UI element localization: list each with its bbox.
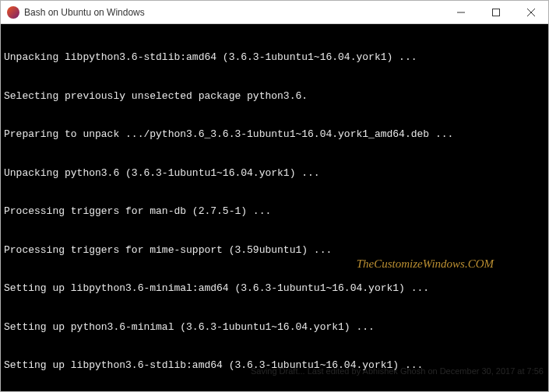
terminal-line: Setting up libpython3.6-stdlib:amd64 (3.… bbox=[4, 359, 545, 373]
titlebar[interactable]: Bash on Ubuntu on Windows bbox=[1, 1, 548, 24]
terminal-line: Selecting previously unselected package … bbox=[4, 90, 545, 103]
terminal-line: Unpacking libpython3.6-stdlib:amd64 (3.6… bbox=[4, 51, 545, 65]
terminal-body[interactable]: Unpacking libpython3.6-stdlib:amd64 (3.6… bbox=[1, 24, 548, 391]
watermark-text: TheCustomizeWindows.COM bbox=[357, 257, 494, 271]
terminal-line: Processing triggers for mime-support (3.… bbox=[4, 244, 545, 257]
terminal-line: Unpacking python3.6 (3.6.3-1ubuntu1~16.0… bbox=[4, 167, 545, 180]
window-controls bbox=[443, 1, 548, 23]
close-button[interactable] bbox=[513, 1, 548, 24]
terminal-line: Setting up python3.6-minimal (3.6.3-1ubu… bbox=[4, 321, 545, 334]
terminal-line: Preparing to unpack .../python3.6_3.6.3-… bbox=[4, 128, 545, 142]
maximize-button[interactable] bbox=[478, 1, 513, 24]
terminal-line: Processing triggers for man-db (2.7.5-1)… bbox=[4, 205, 545, 219]
window-title: Bash on Ubuntu on Windows bbox=[24, 7, 145, 18]
titlebar-left: Bash on Ubuntu on Windows bbox=[7, 6, 145, 19]
svg-rect-1 bbox=[492, 9, 499, 16]
terminal-line: Setting up libpython3.6-minimal:amd64 (3… bbox=[4, 282, 545, 296]
app-window: Bash on Ubuntu on Windows Unpacking libp… bbox=[0, 0, 549, 392]
minimize-button[interactable] bbox=[443, 1, 478, 24]
ubuntu-icon bbox=[7, 6, 19, 19]
